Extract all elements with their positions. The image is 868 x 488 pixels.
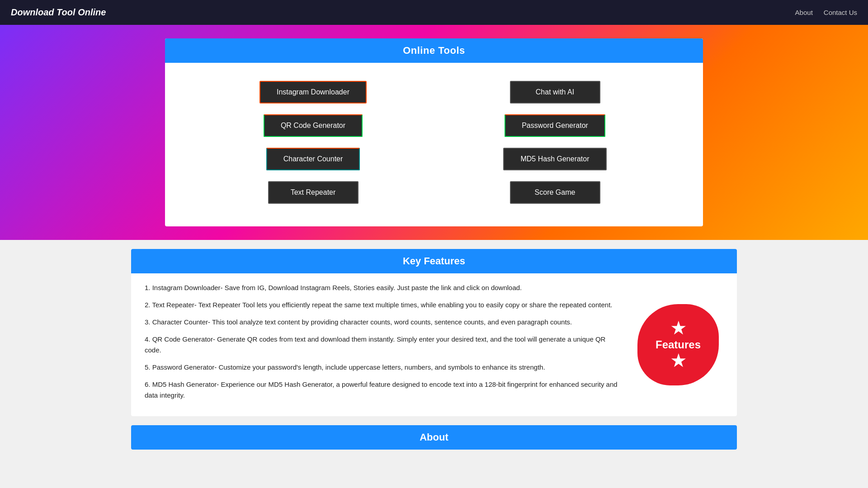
feature-item-3: 3. Character Counter- This tool analyze … <box>145 317 624 328</box>
feature-item-4: 4. QR Code Generator- Generate QR codes … <box>145 334 624 356</box>
tools-col-left: Instagram Downloader QR Code Generator C… <box>192 72 434 213</box>
score-game-button[interactable]: Score Game <box>510 181 600 204</box>
badge-shape: ★ Features ★ <box>637 304 719 385</box>
text-repeater-button[interactable]: Text Repeater <box>268 181 359 204</box>
star-top-icon: ★ <box>671 320 685 337</box>
features-badge: ★ Features ★ <box>633 282 723 407</box>
about-section: About <box>131 425 737 450</box>
feature-item-1: 1. Instagram Downloader- Save from IG, D… <box>145 282 624 293</box>
nav-contact-us[interactable]: Contact Us <box>824 9 857 16</box>
password-generator-button[interactable]: Password Generator <box>505 114 605 137</box>
tools-grid: Instagram Downloader QR Code Generator C… <box>165 63 703 226</box>
nav-about[interactable]: About <box>795 9 813 16</box>
feature-item-2: 2. Text Repeater- Text Repeater Tool let… <box>145 300 624 310</box>
online-tools-header: Online Tools <box>165 38 703 63</box>
chat-with-ai-button[interactable]: Chat with AI <box>510 81 600 103</box>
badge-label: Features <box>656 338 701 352</box>
character-counter-button[interactable]: Character Counter <box>266 148 360 170</box>
instagram-downloader-button[interactable]: Instagram Downloader <box>259 81 367 103</box>
key-features-section: Key Features 1. Instagram Downloader- Sa… <box>131 249 737 416</box>
tools-col-right: Chat with AI Password Generator MD5 Hash… <box>434 72 676 213</box>
features-content: 1. Instagram Downloader- Save from IG, D… <box>131 273 737 416</box>
online-tools-card: Online Tools Instagram Downloader QR Cod… <box>165 38 703 226</box>
nav-links: About Contact Us <box>795 9 857 16</box>
navbar: Download Tool Online About Contact Us <box>0 0 868 25</box>
key-features-header: Key Features <box>131 249 737 273</box>
feature-item-6: 6. MD5 Hash Generator- Experience our MD… <box>145 379 624 401</box>
about-header: About <box>131 425 737 450</box>
features-list: 1. Instagram Downloader- Save from IG, D… <box>145 282 624 407</box>
site-brand[interactable]: Download Tool Online <box>11 7 106 18</box>
md5-hash-generator-button[interactable]: MD5 Hash Generator <box>503 148 606 170</box>
feature-item-5: 5. Password Generator- Customize your pa… <box>145 362 624 373</box>
star-bottom-icon: ★ <box>671 353 685 369</box>
hero-section: Online Tools Instagram Downloader QR Cod… <box>0 25 868 240</box>
qr-code-generator-button[interactable]: QR Code Generator <box>264 114 363 137</box>
